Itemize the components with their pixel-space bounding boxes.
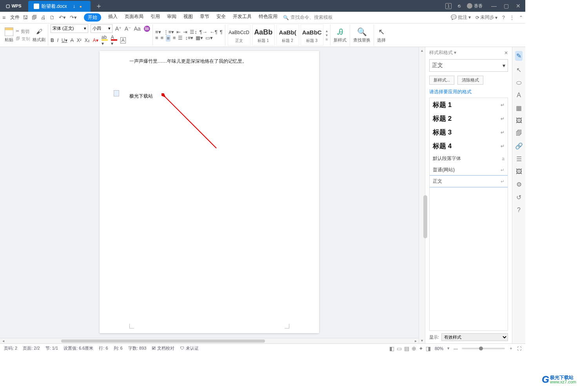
new-style-button[interactable]: 新样式... (429, 76, 454, 85)
notification-badge[interactable]: 1 (445, 3, 452, 9)
border-button[interactable]: ▭▾ (205, 35, 213, 42)
tab-special[interactable]: 特色应用 (259, 13, 278, 22)
hamburger-icon[interactable]: ≡ (2, 15, 5, 21)
style-item-heading1[interactable]: 标题 1↵ (430, 98, 508, 112)
show-marks-button[interactable]: ¶ (220, 29, 223, 35)
highlight-button[interactable]: ab▾ (102, 34, 108, 46)
style-heading3[interactable]: AaBbC标题 3 (301, 24, 323, 46)
font-name-select[interactable]: 宋体 (正文)▾ (51, 24, 88, 33)
box-icon[interactable]: ⎋ (458, 3, 461, 9)
app-logo[interactable]: ▢ WPS (0, 0, 27, 12)
save-icon[interactable]: 🖫 (23, 15, 28, 20)
format-painter-button[interactable]: 🖌 格式刷 (33, 27, 45, 43)
underline-button[interactable]: U▾ (62, 38, 67, 43)
clear-format-icon[interactable]: ♒ (143, 25, 150, 32)
strikethrough-button[interactable]: A (71, 38, 74, 43)
tab-sync-icon[interactable]: ⤓ (73, 4, 76, 9)
vertical-scrollbar[interactable]: ▴ ▾ (419, 47, 425, 343)
view-page-icon[interactable]: ▭ (397, 345, 402, 352)
style-item-heading2[interactable]: 标题 2↵ (430, 112, 508, 125)
tab-insert[interactable]: 插入 (108, 13, 118, 22)
rail-history-icon[interactable]: ↺ (516, 194, 521, 201)
horizontal-scrollbar[interactable]: ◂ ▸ (0, 338, 419, 343)
align-center-button[interactable]: ≡ (161, 35, 164, 42)
font-border-button[interactable]: A (120, 37, 126, 44)
scroll-down-icon[interactable]: ▾ (419, 337, 425, 343)
rail-list-icon[interactable]: ☰ (516, 155, 522, 163)
ltr-button[interactable]: ¶→ (200, 29, 207, 35)
rail-styles-icon[interactable]: ✎ (515, 51, 523, 61)
paragraph-1[interactable]: 一声声爆竹里……年味儿更是深深地烙在了我的记忆里。 (129, 58, 289, 65)
rail-select-icon[interactable]: ↖ (516, 66, 521, 74)
undo-icon[interactable]: ↶▾ (59, 15, 66, 20)
scrollbar-thumb[interactable] (423, 195, 427, 238)
clear-format-button[interactable]: 清除格式 (457, 76, 483, 85)
style-item-heading4[interactable]: 标题 4↵ (430, 139, 508, 153)
bullets-button[interactable]: ≡▾ (155, 29, 161, 35)
rail-gear-icon[interactable]: ⚙ (516, 181, 522, 188)
sort-button[interactable]: ☰↕ (190, 29, 197, 35)
shrink-font-icon[interactable]: A⁻ (124, 25, 131, 32)
style-item-normal[interactable]: 正文↵ (429, 175, 508, 187)
view-web-icon[interactable]: ⊕ (412, 345, 416, 352)
maximize-icon[interactable]: ▢ (504, 3, 509, 9)
panel-close-icon[interactable]: ✕ (504, 50, 508, 56)
zoom-out-icon[interactable]: — (454, 346, 458, 351)
document-view[interactable]: 一声声爆竹里……年味儿更是深深地烙在了我的记忆里。 极光下载站 ◂ ▸ (0, 47, 419, 343)
tab-security[interactable]: 安全 (216, 13, 226, 22)
rail-pic-icon[interactable]: 🖼 (516, 168, 522, 175)
status-row[interactable]: 行: 6 (99, 345, 108, 351)
view-sidebar-icon[interactable]: ◧ (389, 345, 394, 352)
annotation-button[interactable]: 💬 批注 ▾ (451, 14, 471, 21)
new-style-button[interactable]: Ꭿ新样式 (330, 24, 350, 46)
status-page[interactable]: 页面: 2/2 (23, 345, 40, 351)
document-tab[interactable]: 盼望着.docx ⤓ ● (28, 1, 91, 12)
tab-view[interactable]: 视图 (183, 13, 193, 22)
fullscreen-icon[interactable]: ⛶ (517, 346, 521, 351)
print-icon[interactable]: 🖨 (41, 15, 46, 20)
view-read-icon[interactable]: ▤ (404, 345, 409, 352)
tab-review[interactable]: 审阅 (167, 13, 176, 22)
style-expand-arrow[interactable]: ≡ (326, 37, 328, 42)
zoom-knob[interactable] (479, 347, 483, 350)
status-words[interactable]: 字数: 893 (128, 345, 146, 351)
scroll-up-icon[interactable]: ▴ (419, 47, 425, 53)
file-menu[interactable]: 文件 (10, 14, 20, 21)
align-justify-button[interactable]: ≡ (173, 35, 176, 42)
view-outline-icon[interactable]: ✦ (419, 345, 423, 352)
bold-button[interactable]: B (51, 38, 54, 43)
rtl-button[interactable]: ←¶ (210, 29, 218, 35)
paragraph-marker-icon[interactable] (114, 90, 119, 96)
status-doc-check[interactable]: 🗹 文档校对 (152, 345, 174, 351)
print-preview-icon[interactable]: 🗋 (50, 15, 55, 20)
user-account[interactable]: 香香 (467, 3, 483, 9)
scroll-right-icon[interactable]: ▸ (412, 338, 419, 343)
zoom-value[interactable]: 80% (435, 346, 443, 351)
style-item-heading3[interactable]: 标题 3↵ (430, 125, 508, 139)
rail-table-icon[interactable]: ▦ (516, 104, 522, 112)
grow-font-icon[interactable]: A⁺ (115, 25, 122, 32)
status-position[interactable]: 设置值: 6.6厘米 (64, 345, 93, 351)
collapse-ribbon-icon[interactable]: ⌃ (519, 15, 523, 20)
sync-status[interactable]: ⟳ 未同步 ▾ (475, 14, 497, 21)
cut-button[interactable]: ✂剪切 (16, 29, 30, 34)
style-heading1[interactable]: AaBb标题 1 (252, 24, 275, 46)
tab-start[interactable]: 开始 (84, 13, 101, 22)
numbering-button[interactable]: ⋮≡▾ (163, 29, 174, 35)
new-tab-button[interactable]: ＋ (91, 0, 107, 12)
font-size-select[interactable]: 小四▾ (91, 24, 113, 33)
scrollbar-thumb[interactable] (61, 339, 265, 343)
indent-left-button[interactable]: ⇤ (176, 29, 181, 35)
command-search[interactable]: 🔍 查找命令、搜索模板 (283, 14, 333, 21)
show-filter-select[interactable]: 有效样式 (441, 333, 508, 341)
current-style-select[interactable]: 正文 ▾ (429, 59, 508, 72)
more-icon[interactable]: ⋮ (510, 15, 514, 20)
redo-icon[interactable]: ↷▾ (70, 15, 77, 20)
select-button[interactable]: ↖选择 (374, 24, 389, 46)
style-heading2[interactable]: AaBb(标题 2 (276, 24, 299, 46)
rail-more-icon[interactable]: 🗐 (516, 130, 522, 137)
change-case-icon[interactable]: Aa (134, 25, 141, 32)
status-page-number[interactable]: 页码: 2 (4, 345, 17, 351)
align-left-button[interactable]: ≡ (155, 35, 158, 42)
scroll-left-icon[interactable]: ◂ (0, 338, 6, 343)
